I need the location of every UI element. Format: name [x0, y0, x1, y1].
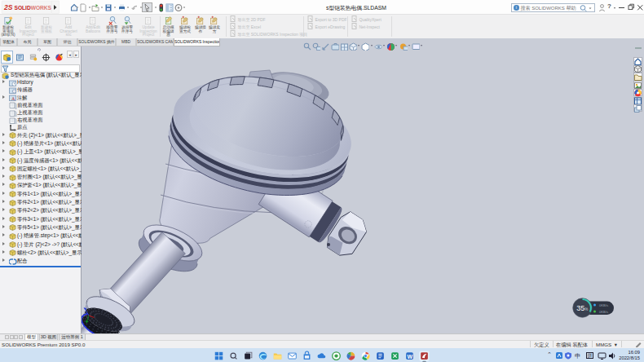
svg-text:0KB/s: 0KB/s [599, 310, 608, 314]
svg-text:SOLIDWORKS: SOLIDWORKS [15, 5, 52, 11]
svg-text:W: W [407, 353, 412, 359]
svg-text:2S: 2S [3, 3, 13, 11]
svg-text:0KB/s: 0KB/s [599, 303, 608, 307]
